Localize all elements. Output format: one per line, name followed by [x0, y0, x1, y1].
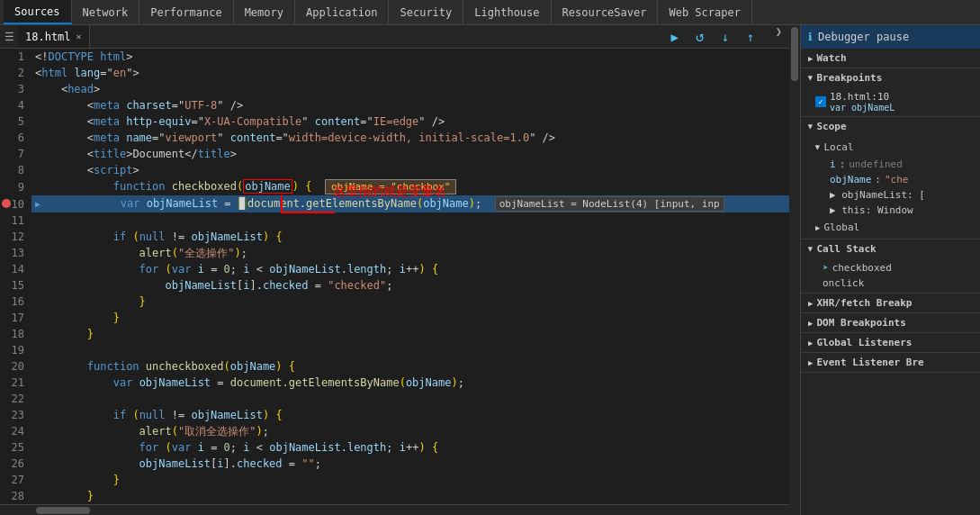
tab-sources[interactable]: Sources: [4, 0, 72, 24]
breakpoint-location: 18.html:10: [830, 91, 895, 103]
xhr-header[interactable]: ▶ XHR/fetch Breakp: [801, 294, 980, 312]
table-row: 23 if (null != objNameList) {: [0, 407, 789, 423]
scope-header[interactable]: ▶ Scope: [801, 117, 980, 136]
local-label: Local: [823, 141, 853, 153]
resume-button[interactable]: ▶: [664, 26, 686, 48]
watch-label: Watch: [816, 52, 846, 64]
tab-webscraper[interactable]: Web Scraper: [658, 0, 751, 24]
table-row: 14 for (var i = 0; i < objNameList.lengt…: [0, 261, 789, 277]
scope-objnamelist-expand[interactable]: ▶ objNameList: [: [830, 189, 925, 201]
table-row: 12 if (null != objNameList) {: [0, 229, 789, 245]
scope-objname-val: "che: [885, 174, 909, 185]
tab-memory[interactable]: Memory: [234, 0, 295, 24]
scope-objnamelist-item: ▶ objNameList: [: [801, 187, 980, 203]
breakpoints-section: ▶ Breakpoints ✓ 18.html:10 var objNameL: [801, 68, 980, 117]
breakpoints-triangle-icon: ▶: [806, 76, 815, 80]
execution-arrow: ▶: [35, 196, 40, 212]
table-row: 27 }: [0, 472, 789, 488]
debugger-paused-text: Debugger pause: [818, 31, 909, 43]
watch-header[interactable]: ▶ Watch: [801, 49, 980, 68]
table-row: 6 <meta name="viewport" content="width=d…: [0, 130, 789, 146]
breakpoints-content: ✓ 18.html:10 var objNameL: [801, 87, 980, 116]
breakpoints-header[interactable]: ▶ Breakpoints: [801, 68, 980, 87]
dom-breakpoints-section: ▶ DOM Breakpoints: [801, 313, 980, 333]
top-tabs-bar: Sources Network Performance Memory Appli…: [0, 0, 980, 25]
scroll-thumb[interactable]: [36, 507, 90, 514]
scope-i-key: i: [830, 158, 836, 170]
file-tab-close-icon[interactable]: ✕: [76, 32, 82, 41]
table-row: 16 }: [0, 294, 789, 310]
xhr-label: XHR/fetch Breakp: [816, 297, 912, 309]
scope-objname-key: objName: [830, 174, 871, 185]
scope-i-val: undefined: [849, 158, 903, 170]
scope-this-item: ▶ this: Window: [801, 203, 980, 218]
tab-application[interactable]: Application: [295, 0, 389, 24]
scope-label: Scope: [816, 121, 846, 132]
callstack-onclick: onclick: [801, 276, 980, 291]
tab-performance[interactable]: Performance: [139, 0, 233, 24]
table-row: 13 alert("全选操作");: [0, 245, 789, 261]
global-triangle-icon: ▶: [815, 223, 820, 232]
breakpoint-checkbox[interactable]: ✓: [815, 96, 826, 107]
watch-triangle-icon: ▶: [808, 54, 813, 63]
step-into-button[interactable]: ↓: [715, 26, 736, 48]
breakpoint-item: ✓ 18.html:10 var objNameL: [801, 89, 980, 114]
breakpoints-label: Breakpoints: [816, 72, 882, 84]
event-listener-header[interactable]: ▶ Event Listener Bre: [801, 353, 980, 372]
table-row: 2 <html lang="en">: [0, 65, 789, 81]
tab-network[interactable]: Network: [72, 0, 140, 24]
global-listeners-header[interactable]: ▶ Global Listeners: [801, 333, 980, 352]
dom-breakpoints-header[interactable]: ▶ DOM Breakpoints: [801, 313, 980, 332]
table-row: 20 function uncheckboxed(objName) {: [0, 358, 789, 375]
table-row: 9 function checkboxed(objName) { objName…: [0, 178, 789, 195]
tab-lighthouse[interactable]: Lighthouse: [463, 0, 551, 24]
tab-security[interactable]: Security: [389, 0, 463, 24]
table-row: 1 <!DOCTYPE html>: [0, 49, 789, 65]
callstack-label: Call Stack: [816, 243, 876, 255]
event-triangle-icon: ▶: [808, 358, 813, 367]
callstack-section: ▶ Call Stack ➤ checkboxed onclick: [801, 239, 980, 294]
debugger-paused-banner: ℹ Debugger pause: [801, 25, 980, 49]
table-row: 8 <script>: [0, 162, 789, 178]
table-row: 21 var objNameList = document.getElement…: [0, 375, 789, 391]
table-row: 5 <meta http-equiv="X-UA-Compatible" con…: [0, 113, 789, 130]
local-triangle-icon: ▶: [814, 145, 823, 149]
file-tab-18html[interactable]: 18.html ✕: [18, 25, 90, 48]
callstack-onclick-label: onclick: [823, 277, 864, 289]
event-listeners-label: Event Listener Bre: [816, 357, 923, 368]
main-area: ☰ 18.html ✕ ▶ ↺ ↓ ↑ ❯ 1 <!: [0, 25, 980, 515]
code-table: 1 <!DOCTYPE html> 2 <html lang="en"> 3 <…: [0, 49, 789, 504]
vertical-scrollbar[interactable]: [789, 25, 800, 515]
table-row: 10 ▶ var objNameList = ▉document.getElem…: [0, 195, 789, 212]
step-over-button[interactable]: ↺: [689, 26, 711, 48]
table-row: 19: [0, 342, 789, 358]
scope-this-expand[interactable]: ▶ this: Window: [830, 204, 913, 216]
step-out-button[interactable]: ↑: [740, 26, 761, 48]
editor-panel: ☰ 18.html ✕ ▶ ↺ ↓ ↑ ❯ 1 <!: [0, 25, 789, 515]
callstack-checkboxed: ➤ checkboxed: [801, 260, 980, 276]
callstack-header[interactable]: ▶ Call Stack: [801, 239, 980, 258]
global-label: Global: [823, 221, 859, 233]
global-listeners-triangle-icon: ▶: [808, 339, 813, 348]
scope-triangle-icon: ▶: [806, 124, 815, 129]
local-header[interactable]: ▶ Local: [801, 138, 980, 157]
call-arrow-icon: ➤: [823, 262, 829, 274]
file-nav-icon[interactable]: ❯: [769, 25, 789, 48]
info-icon: ℹ: [808, 31, 813, 43]
table-row: 11: [0, 212, 789, 229]
scope-content: ▶ Local i: undefined objName: "che ▶ obj…: [801, 136, 980, 239]
watch-section: ▶ Watch: [801, 49, 980, 68]
code-area[interactable]: 1 <!DOCTYPE html> 2 <html lang="en"> 3 <…: [0, 49, 789, 504]
table-row: 26 objNameList[i].checked = "";: [0, 456, 789, 472]
table-row: 7 <title>Document</title>: [0, 146, 789, 162]
horizontal-scrollbar[interactable]: [0, 504, 789, 515]
global-header[interactable]: ▶ Global: [801, 218, 980, 237]
callstack-checkboxed-label: checkboxed: [832, 262, 892, 274]
table-row: 15 objNameList[i].checked = "checked";: [0, 277, 789, 294]
breakpoint-code: var objNameL: [830, 103, 895, 113]
table-row: 4 <meta charset="UTF-8" />: [0, 97, 789, 113]
scope-objname-item: objName: "che: [801, 172, 980, 187]
sidebar-toggle-icon[interactable]: ☰: [0, 25, 18, 49]
breakpoint-dot: [2, 199, 11, 208]
tab-resourcesaver[interactable]: ResourceSaver: [552, 0, 659, 24]
